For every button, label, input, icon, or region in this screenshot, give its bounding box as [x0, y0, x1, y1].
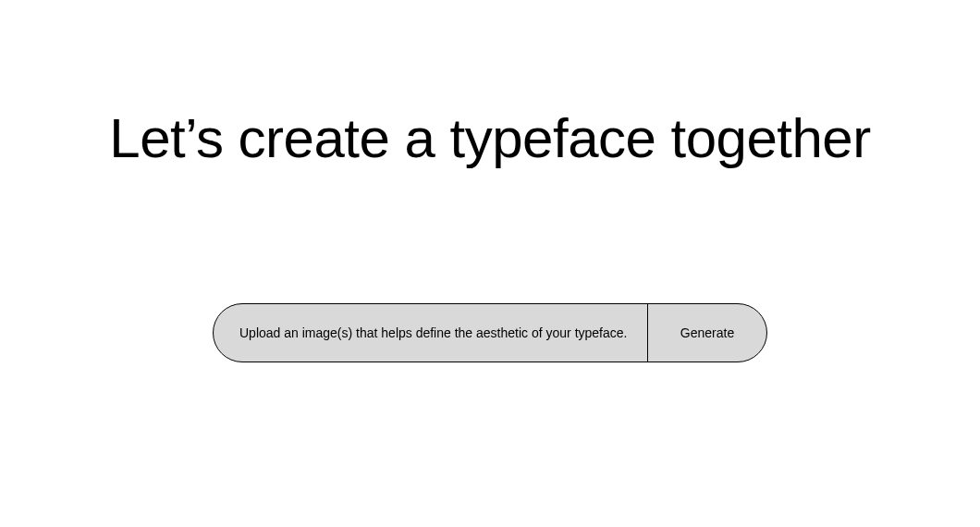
generate-button[interactable]: Generate: [648, 304, 766, 362]
input-bar: Upload an image(s) that helps define the…: [213, 303, 767, 362]
page-title: Let’s create a typeface together: [0, 106, 980, 170]
upload-prompt-text: Upload an image(s) that helps define the…: [239, 325, 627, 340]
upload-area[interactable]: Upload an image(s) that helps define the…: [214, 304, 647, 362]
